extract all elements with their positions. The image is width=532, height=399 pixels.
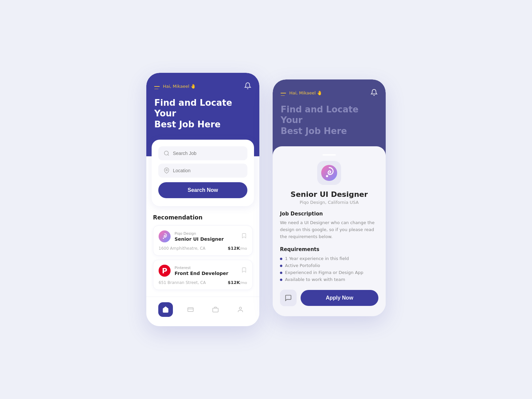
detail-bottom-actions: Apply Now	[280, 290, 378, 306]
svg-point-10	[326, 175, 328, 177]
job-card-1-info: Piqo Design Senior UI Designer	[175, 231, 224, 242]
search-now-button[interactable]: Search Now	[158, 182, 247, 198]
requirement-item-1: 1 Year experience in this field	[280, 255, 378, 262]
apply-now-button[interactable]: Apply Now	[301, 290, 378, 306]
greeting-2: — Hai, Mikaeel 🤚	[281, 90, 322, 95]
phone1-header-top: — Hai, Mikaeel 🤚	[154, 82, 251, 91]
drag-bar	[323, 154, 336, 156]
job-card-2-bottom: 651 Brannan Street, CA $12K/mo	[159, 280, 247, 285]
recommendation-section: Recomendation	[146, 206, 259, 290]
greeting-dash: —	[154, 86, 160, 87]
search-card: Search Now	[152, 140, 254, 206]
phone2-header: — Hai, Mikaeel 🤚 Find and Locate Your Be…	[273, 79, 386, 157]
requirement-item-3: Experienced in Figma or Design App	[280, 269, 378, 276]
svg-point-2	[166, 170, 168, 171]
phones-container: — Hai, Mikaeel 🤚 Find and Locate Your Be…	[126, 53, 406, 346]
chat-button[interactable]	[280, 290, 297, 306]
greeting: — Hai, Mikaeel 🤚	[154, 84, 196, 89]
req-dot-2	[280, 265, 282, 267]
svg-point-8	[239, 307, 241, 310]
req-dot-3	[280, 272, 282, 274]
requirements-list: 1 Year experience in this field Active P…	[280, 255, 378, 283]
location-field[interactable]	[158, 164, 247, 178]
search-input[interactable]	[173, 151, 242, 156]
detail-job-title: Senior UI Designer	[280, 190, 378, 199]
job-location-2: 651 Brannan Street, CA	[159, 280, 206, 285]
company-name-1: Piqo Design	[175, 231, 224, 236]
requirements-title: Requirements	[280, 246, 378, 252]
job-card-2[interactable]: P Pinterest Front End Developer 651 Bran…	[153, 260, 253, 290]
pinterest-logo: P	[159, 265, 171, 277]
req-dot-1	[280, 258, 282, 260]
greeting-text: Hai, Mikaeel 🤚	[163, 84, 196, 89]
nav-cards-button[interactable]	[183, 302, 198, 317]
phone-2: — Hai, Mikaeel 🤚 Find and Locate Your Be…	[273, 79, 386, 316]
detail-company-loc: Piqo Design, California USA	[280, 200, 378, 205]
search-job-field[interactable]	[158, 146, 247, 160]
phone1-title: Find and Locate Your Best Job Here	[154, 97, 251, 130]
bookmark-icon-2[interactable]	[241, 267, 247, 274]
job-card-2-top: P Pinterest Front End Developer	[159, 265, 247, 277]
nav-home-button[interactable]	[158, 302, 173, 317]
greeting-text-2: Hai, Mikaeel 🤚	[289, 90, 322, 95]
requirement-item-4: Available to work with team	[280, 276, 378, 283]
requirement-item-2: Active Portofolio	[280, 262, 378, 269]
job-salary-1: $12K/mo	[228, 246, 247, 251]
job-title-1: Senior UI Designer	[175, 236, 224, 242]
phone2-header-top: — Hai, Mikaeel 🤚	[281, 89, 378, 97]
svg-rect-5	[188, 308, 193, 312]
recommendation-title: Recomendation	[153, 214, 253, 221]
company-name-2: Pinterest	[175, 266, 228, 270]
job-card-1[interactable]: Piqo Design Senior UI Designer 1600 Amph…	[153, 225, 253, 256]
company-logo-large	[317, 161, 341, 185]
piqo-logo	[159, 230, 171, 242]
job-card-2-info: Pinterest Front End Developer	[175, 266, 228, 276]
job-card-1-left: Piqo Design Senior UI Designer	[159, 230, 224, 242]
bell-icon[interactable]	[244, 82, 251, 91]
location-input[interactable]	[173, 168, 242, 173]
svg-point-4	[163, 238, 164, 239]
job-description-title: Job Description	[280, 211, 378, 217]
svg-point-0	[164, 151, 168, 155]
job-card-1-bottom: 1600 Amphitheatre, CA $12K/mo	[159, 246, 247, 251]
phone2-title: Find and Locate Your Best Job Here	[281, 104, 378, 137]
job-card-2-left: P Pinterest Front End Developer	[159, 265, 228, 277]
phone-1: — Hai, Mikaeel 🤚 Find and Locate Your Be…	[146, 73, 259, 327]
bookmark-icon-1[interactable]	[241, 233, 247, 240]
svg-rect-7	[212, 308, 218, 312]
detail-card: Senior UI Designer Piqo Design, Californ…	[273, 146, 386, 316]
bell-icon-2[interactable]	[370, 89, 378, 97]
job-card-1-top: Piqo Design Senior UI Designer	[159, 230, 247, 242]
nav-profile-button[interactable]	[233, 302, 248, 317]
job-location-1: 1600 Amphitheatre, CA	[159, 246, 205, 251]
greeting-dash-2: —	[281, 93, 286, 93]
job-title-2: Front End Developer	[175, 271, 228, 276]
nav-briefcase-button[interactable]	[208, 302, 223, 317]
bottom-nav	[146, 297, 259, 326]
svg-line-1	[168, 155, 169, 156]
job-description-text: We need a UI Designer who can change the…	[280, 219, 378, 240]
job-salary-2: $12K/mo	[228, 280, 247, 285]
req-dot-4	[280, 279, 282, 281]
